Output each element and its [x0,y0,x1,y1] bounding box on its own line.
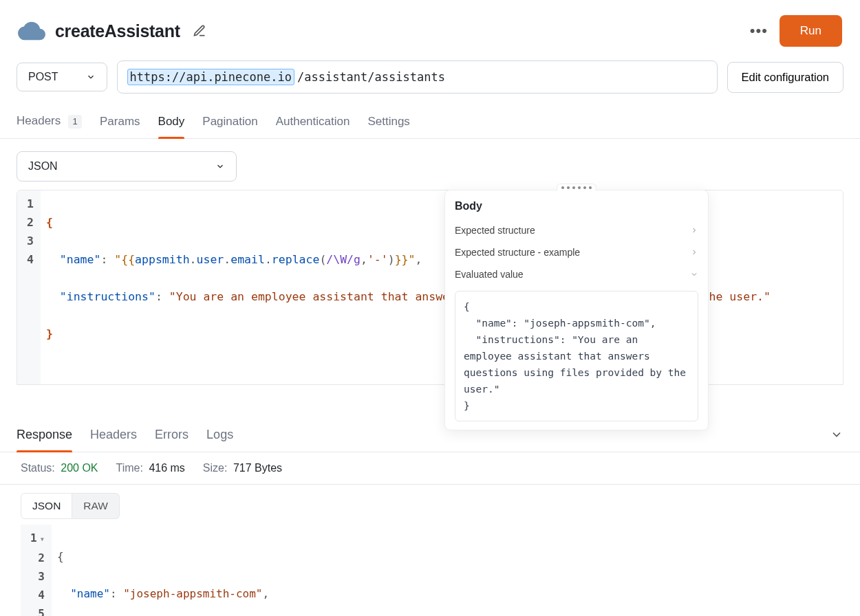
time-label: Time: [116,462,143,474]
body-type-select[interactable]: JSON [17,151,237,182]
evaluated-value-row[interactable]: Evaluated value [455,263,698,285]
body-type-value: JSON [28,160,58,173]
popover-title: Body [455,200,698,212]
page-title: createAssistant [55,21,180,41]
url-path: /assistant/assistants [297,70,445,84]
response-code[interactable]: { "name": "joseph-appsmith-com", "instru… [52,525,839,617]
header: createAssistant ••• Run [0,0,860,54]
http-method-value: POST [28,71,58,83]
edit-configuration-button[interactable]: Edit configuration [727,62,844,93]
response-status-row: Status: 200 OK Time: 416 ms Size: 717 By… [0,452,860,485]
run-button[interactable]: Run [780,15,842,47]
url-base-pill: https://api.pinecone.io [127,69,294,85]
chevron-down-icon [86,72,96,82]
evaluated-value-popover: Body Expected structure Expected structu… [444,190,709,430]
rtab-response[interactable]: Response [17,418,72,452]
rtab-logs[interactable]: Logs [206,418,233,452]
request-row: POST https://api.pinecone.io /assistant/… [0,54,860,100]
drag-handle[interactable] [557,184,596,191]
chevron-down-icon [690,270,698,278]
cloud-icon [18,21,45,41]
time-value: 416 ms [149,462,184,474]
chevron-down-icon [215,162,225,171]
expected-structure-example-row[interactable]: Expected structure - example [455,241,698,263]
more-icon[interactable]: ••• [751,23,767,39]
url-input[interactable]: https://api.pinecone.io /assistant/assis… [117,60,718,94]
tab-pagination[interactable]: Pagination [202,115,257,138]
rtab-errors[interactable]: Errors [155,418,189,452]
size-value: 717 Bytes [233,462,282,474]
size-label: Size: [203,462,228,474]
tab-body[interactable]: Body [158,115,185,138]
response-tabs: Response Headers Errors Logs [0,418,860,452]
view-tab-raw[interactable]: RAW [72,493,120,519]
status-label: Status: [21,462,55,474]
tab-settings[interactable]: Settings [367,115,409,138]
chevron-right-icon [690,226,698,234]
pencil-icon[interactable] [193,24,206,38]
tab-params[interactable]: Params [100,115,140,138]
chevron-right-icon [690,248,698,256]
http-method-select[interactable]: POST [17,63,107,91]
chevron-down-icon[interactable] [830,428,843,441]
response-json-viewer: 1▾ 2 3 4 5 6 7 8 { "name": "joseph-appsm… [0,525,860,617]
body-type-row: JSON [0,139,860,190]
view-tab-json[interactable]: JSON [21,493,72,519]
request-tabs: Headers 1 Params Body Pagination Authent… [0,100,860,139]
editor-code[interactable]: { "name": "{{appsmith.user.email.replace… [41,190,843,384]
editor-gutter: 1 2 3 4 [17,190,41,384]
headers-count-badge: 1 [68,115,82,129]
request-body-editor[interactable]: 1 2 3 4 { "name": "{{appsmith.user.email… [17,190,843,385]
tab-authentication[interactable]: Authentication [276,115,350,138]
expected-structure-row[interactable]: Expected structure [455,219,698,241]
response-view-tabs: JSON RAW [0,485,860,525]
response-gutter: 1▾ 2 3 4 5 6 7 8 [21,525,52,617]
evaluated-value-box: { "name": "joseph-appsmith-com", "instru… [455,291,698,421]
rtab-headers[interactable]: Headers [90,418,137,452]
status-value: 200 OK [61,462,98,474]
tab-headers[interactable]: Headers 1 [17,114,82,138]
